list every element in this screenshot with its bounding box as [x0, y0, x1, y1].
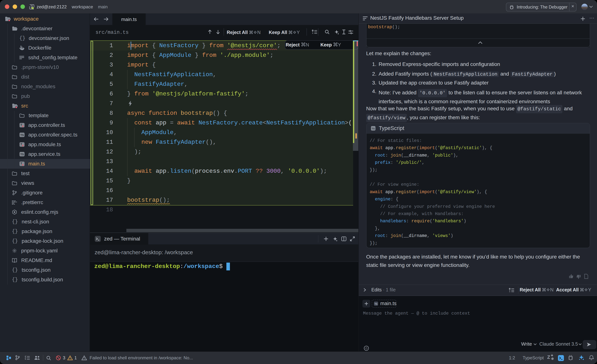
svg-text:x: x [22, 163, 24, 167]
svg-text:TS: TS [372, 127, 375, 130]
svg-text:x: x [22, 144, 24, 147]
svg-text:x: x [22, 124, 24, 128]
svg-text:TS: TS [20, 153, 24, 156]
svg-text:TS: TS [375, 303, 377, 305]
svg-text:TS: TS [20, 133, 24, 136]
